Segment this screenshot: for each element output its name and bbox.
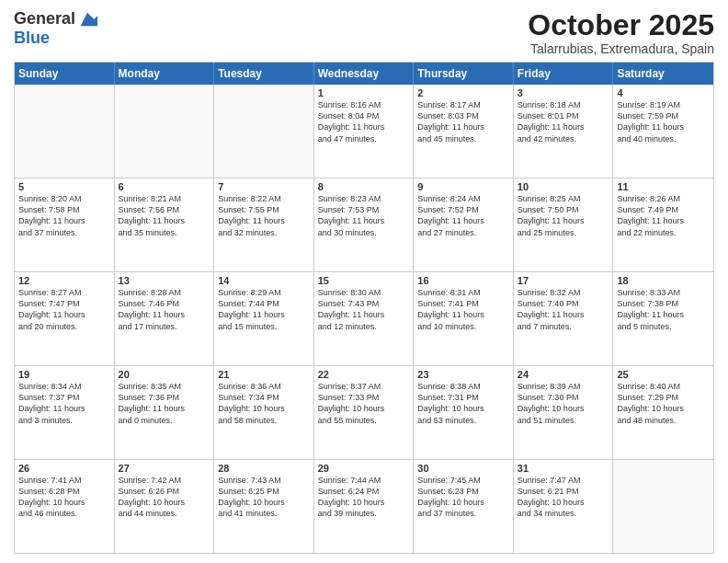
- cell-content: Sunrise: 7:44 AM Sunset: 6:24 PM Dayligh…: [318, 476, 385, 518]
- cell-content: Sunrise: 8:21 AM Sunset: 7:56 PM Dayligh…: [119, 194, 186, 236]
- day-number: 26: [18, 463, 110, 474]
- cell-content: Sunrise: 8:26 AM Sunset: 7:49 PM Dayligh…: [617, 194, 684, 236]
- calendar-cell: 13Sunrise: 8:28 AM Sunset: 7:46 PM Dayli…: [115, 272, 215, 365]
- weekday-header: Sunday: [15, 63, 115, 85]
- day-number: 8: [318, 181, 410, 192]
- page-container: General Blue October 2025 Talarrubias, E…: [0, 0, 728, 563]
- title-section: October 2025 Talarrubias, Extremadura, S…: [528, 9, 714, 56]
- cell-content: Sunrise: 8:39 AM Sunset: 7:30 PM Dayligh…: [518, 382, 585, 424]
- calendar-cell: 6Sunrise: 8:21 AM Sunset: 7:56 PM Daylig…: [115, 178, 215, 271]
- calendar-cell: 8Sunrise: 8:23 AM Sunset: 7:53 PM Daylig…: [314, 178, 415, 271]
- day-number: 5: [18, 181, 110, 192]
- calendar-row: 26Sunrise: 7:41 AM Sunset: 6:28 PM Dayli…: [15, 459, 713, 553]
- day-number: 7: [218, 181, 310, 192]
- logo-icon: [77, 9, 97, 29]
- day-number: 22: [318, 369, 410, 380]
- logo-blue: Blue: [14, 29, 97, 48]
- calendar-row: 5Sunrise: 8:20 AM Sunset: 7:58 PM Daylig…: [15, 178, 713, 271]
- day-number: 29: [318, 463, 410, 474]
- day-number: 9: [417, 181, 509, 192]
- calendar-cell: 11Sunrise: 8:26 AM Sunset: 7:49 PM Dayli…: [613, 178, 713, 271]
- calendar-cell: 2Sunrise: 8:17 AM Sunset: 8:03 PM Daylig…: [414, 85, 514, 178]
- calendar-row: 19Sunrise: 8:34 AM Sunset: 7:37 PM Dayli…: [15, 365, 713, 459]
- day-number: 19: [18, 369, 110, 380]
- cell-content: Sunrise: 8:16 AM Sunset: 8:04 PM Dayligh…: [318, 100, 385, 143]
- calendar: SundayMondayTuesdayWednesdayThursdayFrid…: [14, 62, 714, 554]
- day-number: 21: [218, 369, 310, 380]
- day-number: 17: [518, 275, 609, 286]
- calendar-cell: 9Sunrise: 8:24 AM Sunset: 7:52 PM Daylig…: [414, 178, 514, 271]
- day-number: 6: [119, 181, 210, 192]
- calendar-body: 1Sunrise: 8:16 AM Sunset: 8:04 PM Daylig…: [15, 85, 713, 553]
- calendar-cell: 14Sunrise: 8:29 AM Sunset: 7:44 PM Dayli…: [214, 272, 314, 365]
- calendar-cell: 21Sunrise: 8:36 AM Sunset: 7:34 PM Dayli…: [214, 366, 314, 459]
- calendar-cell: 27Sunrise: 7:42 AM Sunset: 6:26 PM Dayli…: [115, 460, 215, 553]
- calendar-cell: 12Sunrise: 8:27 AM Sunset: 7:47 PM Dayli…: [15, 272, 115, 365]
- cell-content: Sunrise: 7:47 AM Sunset: 6:21 PM Dayligh…: [518, 476, 585, 518]
- cell-content: Sunrise: 8:37 AM Sunset: 7:33 PM Dayligh…: [318, 382, 385, 424]
- day-number: 30: [417, 463, 509, 474]
- cell-content: Sunrise: 8:25 AM Sunset: 7:50 PM Dayligh…: [518, 194, 585, 236]
- day-number: 28: [218, 463, 310, 474]
- cell-content: Sunrise: 8:24 AM Sunset: 7:52 PM Dayligh…: [417, 194, 484, 236]
- calendar-cell: 26Sunrise: 7:41 AM Sunset: 6:28 PM Dayli…: [15, 460, 115, 553]
- calendar-cell: 5Sunrise: 8:20 AM Sunset: 7:58 PM Daylig…: [15, 178, 115, 271]
- cell-content: Sunrise: 8:19 AM Sunset: 7:59 PM Dayligh…: [617, 100, 684, 143]
- cell-content: Sunrise: 7:43 AM Sunset: 6:25 PM Dayligh…: [218, 476, 285, 518]
- day-number: 16: [417, 275, 509, 286]
- day-number: 4: [617, 87, 710, 98]
- calendar-cell: 16Sunrise: 8:31 AM Sunset: 7:41 PM Dayli…: [414, 272, 514, 365]
- cell-content: Sunrise: 7:45 AM Sunset: 6:23 PM Dayligh…: [417, 476, 484, 518]
- calendar-row: 12Sunrise: 8:27 AM Sunset: 7:47 PM Dayli…: [15, 271, 713, 365]
- cell-content: Sunrise: 8:32 AM Sunset: 7:40 PM Dayligh…: [518, 288, 585, 330]
- day-number: 11: [617, 181, 710, 192]
- day-number: 10: [518, 181, 609, 192]
- weekday-header: Wednesday: [314, 63, 415, 85]
- calendar-cell: 3Sunrise: 8:18 AM Sunset: 8:01 PM Daylig…: [514, 85, 614, 178]
- cell-content: Sunrise: 8:30 AM Sunset: 7:43 PM Dayligh…: [318, 288, 385, 330]
- day-number: 15: [318, 275, 410, 286]
- cell-content: Sunrise: 8:33 AM Sunset: 7:38 PM Dayligh…: [617, 288, 684, 330]
- calendar-cell: 25Sunrise: 8:40 AM Sunset: 7:29 PM Dayli…: [613, 366, 713, 459]
- day-number: 13: [119, 275, 210, 286]
- cell-content: Sunrise: 8:29 AM Sunset: 7:44 PM Dayligh…: [218, 288, 285, 330]
- calendar-cell: 22Sunrise: 8:37 AM Sunset: 7:33 PM Dayli…: [314, 366, 415, 459]
- day-number: 25: [617, 369, 710, 380]
- day-number: 20: [119, 369, 210, 380]
- cell-content: Sunrise: 8:18 AM Sunset: 8:01 PM Dayligh…: [518, 100, 585, 143]
- calendar-cell: 29Sunrise: 7:44 AM Sunset: 6:24 PM Dayli…: [314, 460, 415, 553]
- cell-content: Sunrise: 8:36 AM Sunset: 7:34 PM Dayligh…: [218, 382, 285, 424]
- svg-marker-0: [81, 13, 97, 27]
- cell-content: Sunrise: 8:31 AM Sunset: 7:41 PM Dayligh…: [417, 288, 484, 330]
- day-number: 27: [119, 463, 210, 474]
- calendar-cell: 1Sunrise: 8:16 AM Sunset: 8:04 PM Daylig…: [314, 85, 415, 178]
- calendar-cell: 30Sunrise: 7:45 AM Sunset: 6:23 PM Dayli…: [414, 460, 514, 553]
- calendar-cell: 24Sunrise: 8:39 AM Sunset: 7:30 PM Dayli…: [514, 366, 614, 459]
- calendar-cell: [214, 85, 314, 178]
- cell-content: Sunrise: 8:23 AM Sunset: 7:53 PM Dayligh…: [318, 194, 385, 236]
- calendar-cell: 18Sunrise: 8:33 AM Sunset: 7:38 PM Dayli…: [613, 272, 713, 365]
- subtitle: Talarrubias, Extremadura, Spain: [528, 41, 714, 56]
- cell-content: Sunrise: 7:42 AM Sunset: 6:26 PM Dayligh…: [119, 476, 186, 518]
- cell-content: Sunrise: 8:28 AM Sunset: 7:46 PM Dayligh…: [119, 288, 186, 330]
- calendar-cell: [115, 85, 215, 178]
- day-number: 3: [518, 87, 609, 98]
- calendar-cell: 20Sunrise: 8:35 AM Sunset: 7:36 PM Dayli…: [115, 366, 215, 459]
- day-number: 31: [518, 463, 609, 474]
- day-number: 12: [18, 275, 110, 286]
- cell-content: Sunrise: 8:35 AM Sunset: 7:36 PM Dayligh…: [119, 382, 186, 424]
- weekday-header: Thursday: [414, 63, 514, 85]
- day-number: 23: [417, 369, 509, 380]
- cell-content: Sunrise: 8:38 AM Sunset: 7:31 PM Dayligh…: [417, 382, 484, 424]
- logo: General Blue: [14, 9, 97, 48]
- cell-content: Sunrise: 7:41 AM Sunset: 6:28 PM Dayligh…: [18, 476, 85, 518]
- cell-content: Sunrise: 8:20 AM Sunset: 7:58 PM Dayligh…: [18, 194, 85, 236]
- calendar-cell: 15Sunrise: 8:30 AM Sunset: 7:43 PM Dayli…: [314, 272, 415, 365]
- calendar-cell: 17Sunrise: 8:32 AM Sunset: 7:40 PM Dayli…: [514, 272, 614, 365]
- cell-content: Sunrise: 8:34 AM Sunset: 7:37 PM Dayligh…: [18, 382, 85, 424]
- calendar-cell: 28Sunrise: 7:43 AM Sunset: 6:25 PM Dayli…: [214, 460, 314, 553]
- day-number: 18: [617, 275, 710, 286]
- day-number: 24: [518, 369, 609, 380]
- header: General Blue October 2025 Talarrubias, E…: [14, 9, 714, 56]
- weekday-header: Friday: [514, 63, 614, 85]
